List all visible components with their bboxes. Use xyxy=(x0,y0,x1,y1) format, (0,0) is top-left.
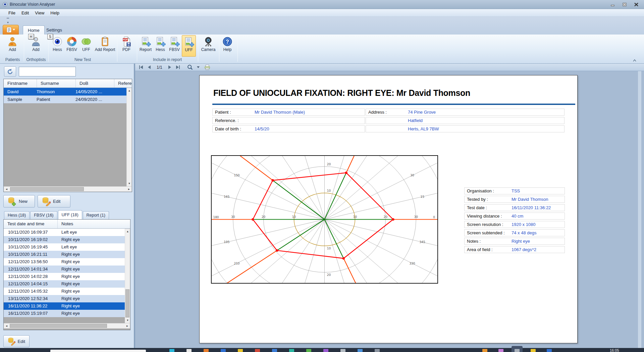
taskbar-app-icon[interactable] xyxy=(221,349,226,352)
refresh-button[interactable] xyxy=(4,66,16,77)
include-hess-button[interactable]: Hess xyxy=(154,35,167,57)
svg-text:20: 20 xyxy=(262,215,266,219)
collapse-ribbon-icon[interactable] xyxy=(633,59,637,62)
column-header-notes[interactable]: Notes xyxy=(57,220,125,228)
tab-report[interactable]: Report (1) xyxy=(83,211,109,219)
test-row[interactable]: 10/11/2020 16:21:11Right eye xyxy=(4,251,125,258)
test-row[interactable]: 16/11/2020 11:36:22Right eye xyxy=(4,302,125,310)
camera-button[interactable]: Camera xyxy=(199,35,218,57)
scroll-right-icon[interactable]: ► xyxy=(126,187,131,192)
test-vertical-scrollbar[interactable]: ▲ ▼ xyxy=(125,229,130,323)
edit-patient-button[interactable]: Edit xyxy=(38,195,70,208)
patient-label: Patient : xyxy=(215,109,231,115)
scroll-down-icon[interactable]: ▼ xyxy=(125,318,130,323)
application-menu-button[interactable] xyxy=(3,25,19,35)
column-header-test-date[interactable]: Test date and time xyxy=(4,220,57,228)
taskbar-app-icon[interactable] xyxy=(323,349,328,352)
ribbon-tab-settings[interactable]: Settings xyxy=(42,25,67,35)
patient-row[interactable]: SamplePatient 24/09/2020 ... xyxy=(4,96,126,103)
tab-fbsv[interactable]: FBSV (16) xyxy=(30,211,57,219)
edit-test-button[interactable]: Edit xyxy=(3,335,30,347)
svg-text:30: 30 xyxy=(410,174,414,177)
svg-text:?: ? xyxy=(226,39,229,45)
new-patient-button[interactable]: New xyxy=(3,195,35,208)
test-row[interactable]: 10/11/2020 16:19:45Left eye xyxy=(4,243,125,251)
add-report-button[interactable]: Add Report xyxy=(94,35,116,57)
taskbar-app-icon[interactable] xyxy=(515,349,520,352)
tab-hess[interactable]: Hess (18) xyxy=(4,211,30,219)
column-header-firstname[interactable]: Firstname xyxy=(4,79,37,87)
test-row[interactable]: 10/11/2020 16:19:02Right eye xyxy=(4,236,125,243)
report-canvas: FIELD OF UNIOCULAR FIXATION: RIGHT EYE: … xyxy=(135,71,644,348)
menu-view[interactable]: View xyxy=(32,10,47,15)
scroll-up-icon[interactable]: ▲ xyxy=(125,229,130,234)
test-row[interactable]: 16/11/2020 15:19:07Right eye xyxy=(4,310,125,317)
patient-horizontal-scrollbar[interactable]: ◄ ► xyxy=(4,186,132,192)
maximize-button[interactable] xyxy=(620,2,629,7)
test-horizontal-scrollbar[interactable]: ◄ ► xyxy=(4,323,130,329)
previous-page-icon[interactable] xyxy=(148,65,151,69)
scroll-left-icon[interactable]: ◄ xyxy=(4,324,9,329)
taskbar-app-icon[interactable] xyxy=(186,349,192,352)
column-header-dob[interactable]: DoB xyxy=(75,79,114,87)
test-row[interactable]: 10/11/2020 16:09:37Left eye xyxy=(4,229,125,236)
add-patient-button[interactable]: Add xyxy=(4,35,21,57)
taskbar-app-icon[interactable] xyxy=(204,349,209,352)
taskbar-app-icon[interactable] xyxy=(169,349,174,352)
ribbon-tab-home[interactable]: Home xyxy=(23,25,45,35)
taskbar-search-box[interactable] xyxy=(50,350,146,352)
scroll-up-icon[interactable]: ▲ xyxy=(127,88,132,93)
new-fbsv-test-button[interactable]: FBSV xyxy=(64,35,79,57)
last-page-icon[interactable] xyxy=(175,65,180,69)
scroll-left-icon[interactable]: ◄ xyxy=(4,187,9,192)
minimize-button[interactable] xyxy=(608,2,617,7)
tab-uff[interactable]: UFF (18) xyxy=(58,210,82,219)
scroll-down-icon[interactable]: ▼ xyxy=(127,181,132,186)
menu-edit[interactable]: Edit xyxy=(18,10,32,15)
first-page-icon[interactable] xyxy=(139,65,144,69)
scroll-right-icon[interactable]: ► xyxy=(125,324,130,329)
taskbar-app-icon[interactable] xyxy=(340,349,345,352)
taskbar-app-icon[interactable] xyxy=(531,349,536,352)
new-uff-test-button[interactable]: UFF xyxy=(79,35,93,57)
close-button[interactable] xyxy=(632,2,641,7)
next-page-icon[interactable] xyxy=(168,65,171,69)
include-report-button[interactable]: Report xyxy=(138,35,154,57)
taskbar-app-icon[interactable] xyxy=(238,349,243,352)
pdf-button[interactable]: PDF PDF xyxy=(118,35,135,57)
zoom-icon[interactable] xyxy=(187,64,193,70)
database-add-icon xyxy=(8,197,16,206)
test-row[interactable]: 12/11/2020 14:01:34Right eye xyxy=(4,266,125,273)
patient-vertical-scrollbar[interactable]: ▲ ▼ xyxy=(126,88,132,186)
column-header-surname[interactable]: Surname xyxy=(37,79,75,87)
test-row[interactable]: 12/11/2020 14:04:15Right eye xyxy=(4,280,125,288)
menu-file[interactable]: File xyxy=(5,10,18,15)
test-table-header: Test date and time Notes xyxy=(4,220,130,229)
taskbar-app-icon[interactable] xyxy=(255,349,260,352)
column-header-reference[interactable]: Reference xyxy=(114,79,132,87)
taskbar-app-icon[interactable] xyxy=(306,349,311,352)
taskbar-app-icon[interactable] xyxy=(358,349,363,352)
taskbar-app-icon[interactable] xyxy=(375,349,380,352)
include-uff-button[interactable]: UFF xyxy=(182,35,196,57)
clipboard-icon xyxy=(100,36,110,47)
test-row[interactable]: 13/11/2020 12:52:34Right eye xyxy=(4,295,125,302)
help-button[interactable]: ? Help xyxy=(220,35,235,57)
patient-row[interactable]: DavidThomson 14/05/2020 ... xyxy=(4,88,126,96)
print-icon[interactable] xyxy=(204,65,210,70)
taskbar-app-icon[interactable] xyxy=(289,349,294,352)
test-row[interactable]: 12/11/2020 13:56:50Right eye xyxy=(4,258,125,266)
taskbar-app-icon[interactable] xyxy=(498,349,503,352)
taskbar-app-icon[interactable] xyxy=(547,349,552,352)
test-row[interactable]: 12/11/2020 14:05:32Right eye xyxy=(4,288,125,295)
svg-text:15: 15 xyxy=(420,195,424,198)
test-row[interactable]: 12/11/2020 14:02:28Right eye xyxy=(4,273,125,280)
patient-search-input[interactable] xyxy=(19,67,76,76)
quick-access-dropdown-icon[interactable]: ▔▾ xyxy=(7,18,9,24)
zoom-dropdown-icon[interactable] xyxy=(197,66,200,68)
taskbar-app-icon[interactable] xyxy=(482,349,487,352)
menu-help[interactable]: Help xyxy=(47,10,62,15)
report-scrollbar[interactable] xyxy=(638,71,641,348)
include-fbsv-button[interactable]: FBSV xyxy=(167,35,182,57)
taskbar-app-icon[interactable] xyxy=(272,349,277,352)
